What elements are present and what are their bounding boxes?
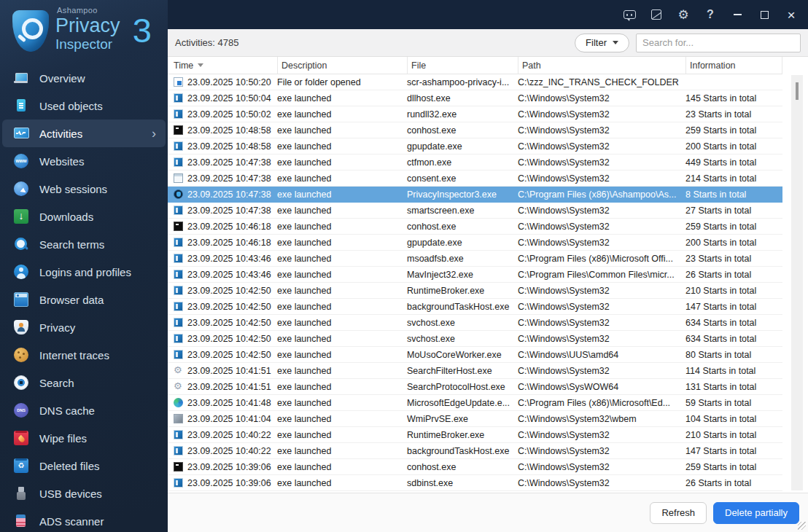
table-row[interactable]: 23.09.2025 10:48:58exe launchedconhost.e… bbox=[168, 122, 782, 138]
maximize-button[interactable] bbox=[752, 4, 777, 26]
table-row[interactable]: 23.09.2025 10:47:38exe launchedctfmon.ex… bbox=[168, 154, 782, 171]
column-header-label: Path bbox=[522, 60, 541, 71]
vertical-scrollbar[interactable] bbox=[791, 75, 803, 490]
table-row[interactable]: 23.09.2025 10:41:51exe launchedSearchPro… bbox=[168, 379, 782, 395]
cell-file: MoUsoCoreWorker.exe bbox=[407, 350, 518, 360]
table-row[interactable]: 23.09.2025 10:43:46exe launchedMavInject… bbox=[168, 267, 782, 283]
notes-button[interactable] bbox=[644, 4, 669, 26]
sidebar-item-deleted-files[interactable]: Deleted files bbox=[0, 452, 168, 480]
column-header-information[interactable]: Information bbox=[685, 57, 782, 74]
table-row[interactable]: 23.09.2025 10:42:50exe launchedRuntimeBr… bbox=[168, 283, 782, 299]
table-row[interactable]: 23.09.2025 10:48:58exe launchedgpupdate.… bbox=[168, 138, 782, 154]
usb-devices-icon bbox=[14, 486, 28, 501]
sidebar-item-privacy[interactable]: Privacy bbox=[0, 313, 168, 341]
cell-time: 23.09.2025 10:42:50 bbox=[174, 318, 277, 328]
search-input[interactable] bbox=[636, 34, 801, 52]
feedback-button[interactable] bbox=[617, 4, 642, 26]
sidebar-item-used-objects[interactable]: Used objects bbox=[0, 92, 168, 120]
cell-file: smartscreen.exe bbox=[407, 206, 518, 216]
sidebar-item-label: Browser data bbox=[39, 294, 104, 306]
sidebar-item-logins-and-profiles[interactable]: Logins and profiles bbox=[0, 258, 168, 286]
sidebar-item-label: ADS scanner bbox=[39, 515, 104, 528]
table-row[interactable]: 23.09.2025 10:46:18exe launchedconhost.e… bbox=[168, 219, 782, 235]
time-value: 23.09.2025 10:42:50 bbox=[187, 350, 271, 360]
table-row[interactable]: 23.09.2025 10:41:04exe launchedWmiPrvSE.… bbox=[168, 411, 782, 427]
table-row[interactable]: 23.09.2025 10:46:18exe launchedgpupdate.… bbox=[168, 235, 782, 251]
cell-information: 449 Starts in total bbox=[685, 157, 782, 168]
cell-information: 8 Starts in total bbox=[685, 189, 782, 200]
sidebar-item-overview[interactable]: Overview bbox=[0, 64, 168, 92]
close-button[interactable]: × bbox=[779, 4, 804, 26]
cell-file: RuntimeBroker.exe bbox=[407, 286, 518, 296]
table-row[interactable]: 23.09.2025 10:42:50exe launchedMoUsoCore… bbox=[168, 347, 782, 363]
cell-information: 23 Starts in total bbox=[685, 109, 782, 120]
table-row[interactable]: 23.09.2025 10:40:22exe launchedbackgroun… bbox=[168, 443, 782, 459]
refresh-button[interactable]: Refresh bbox=[650, 502, 707, 524]
app-file-icon bbox=[174, 430, 183, 439]
cell-information: 145 Starts in total bbox=[685, 93, 782, 103]
cell-time: 23.09.2025 10:40:22 bbox=[174, 446, 277, 456]
table-row[interactable]: 23.09.2025 10:42:50exe launchedsvchost.e… bbox=[168, 315, 782, 331]
cell-path: C:\Windows\System32 bbox=[518, 334, 685, 344]
footer: Refresh Delete partially bbox=[168, 493, 808, 532]
cell-time: 23.09.2025 10:39:06 bbox=[174, 478, 277, 488]
cell-time: 23.09.2025 10:39:06 bbox=[174, 462, 277, 472]
table-row[interactable]: 23.09.2025 10:42:50exe launchedbackgroun… bbox=[168, 299, 782, 315]
sidebar-item-label: DNS cache bbox=[39, 404, 95, 417]
sidebar-item-search-terms[interactable]: Search terms bbox=[0, 230, 168, 258]
sidebar-item-websites[interactable]: Websites bbox=[0, 147, 168, 175]
sidebar-item-usb-devices[interactable]: USB devices bbox=[0, 480, 168, 507]
cell-time: 23.09.2025 10:42:50 bbox=[174, 334, 277, 344]
table-row[interactable]: 23.09.2025 10:39:06exe launchedsdbinst.e… bbox=[168, 475, 782, 491]
minimize-button[interactable] bbox=[725, 4, 750, 26]
cell-information: 210 Starts in total bbox=[685, 430, 782, 440]
cell-description: exe launched bbox=[277, 430, 407, 440]
sidebar-item-ads-scanner[interactable]: ADS scanner bbox=[0, 507, 168, 532]
column-header-path[interactable]: Path bbox=[518, 57, 685, 74]
sidebar-item-internet-traces[interactable]: Internet traces bbox=[0, 341, 168, 369]
column-header-time[interactable]: Time bbox=[174, 57, 277, 74]
table-row[interactable]: 23.09.2025 10:47:38exe launchedsmartscre… bbox=[168, 203, 782, 219]
cell-file: backgroundTaskHost.exe bbox=[407, 446, 518, 456]
cell-information: 259 Starts in total bbox=[685, 222, 782, 232]
cell-file: SearchProtocolHost.exe bbox=[407, 382, 518, 392]
table-row[interactable]: 23.09.2025 10:41:48exe launchedMicrosoft… bbox=[168, 395, 782, 411]
sidebar-item-web-sessions[interactable]: Web sessions bbox=[0, 175, 168, 203]
table-row[interactable]: 23.09.2025 10:39:06exe launchedconhost.e… bbox=[168, 459, 782, 475]
filter-button[interactable]: Filter bbox=[575, 34, 629, 52]
sidebar-item-dns-cache[interactable]: DNS cache bbox=[0, 396, 168, 424]
cell-file: MavInject32.exe bbox=[407, 270, 518, 280]
sort-descending-icon bbox=[198, 63, 203, 67]
cell-time: 23.09.2025 10:48:58 bbox=[174, 141, 277, 152]
table-row[interactable]: 23.09.2025 10:43:46exe launchedmsoadfsb.… bbox=[168, 251, 782, 267]
table-row[interactable]: 23.09.2025 10:50:02exe launchedrundll32.… bbox=[168, 106, 782, 122]
app-file-icon bbox=[174, 318, 183, 327]
delete-partially-button[interactable]: Delete partially bbox=[713, 502, 799, 524]
cell-information: 259 Starts in total bbox=[685, 125, 782, 136]
time-value: 23.09.2025 10:42:50 bbox=[187, 334, 271, 344]
sidebar-item-label: Wipe files bbox=[39, 432, 87, 445]
table-row[interactable]: 23.09.2025 10:40:22exe launchedRuntimeBr… bbox=[168, 427, 782, 443]
sidebar-item-wipe-files[interactable]: Wipe files bbox=[0, 424, 168, 452]
notes-icon bbox=[651, 9, 661, 20]
cell-path: C:\Windows\System32\wbem bbox=[518, 414, 685, 424]
table-row[interactable]: 23.09.2025 10:42:50exe launchedsvchost.e… bbox=[168, 331, 782, 347]
table-row[interactable]: 23.09.2025 10:47:38exe launchedPrivacyIn… bbox=[168, 187, 782, 203]
table-row[interactable]: 23.09.2025 10:47:38exe launchedconsent.e… bbox=[168, 171, 782, 187]
resize-grip[interactable] bbox=[798, 522, 806, 530]
column-header-description[interactable]: Description bbox=[277, 57, 407, 74]
sidebar-item-activities[interactable]: Activities› bbox=[2, 120, 166, 147]
sidebar-item-label: Internet traces bbox=[39, 349, 109, 361]
table-row[interactable]: 23.09.2025 10:41:51exe launchedSearchFil… bbox=[168, 363, 782, 379]
sidebar-item-search[interactable]: Search bbox=[0, 369, 168, 396]
sidebar-item-downloads[interactable]: Downloads bbox=[0, 203, 168, 230]
cell-description: exe launched bbox=[277, 286, 407, 296]
sidebar-item-label: Web sessions bbox=[39, 183, 107, 195]
table-row[interactable]: 23.09.2025 10:50:04exe launcheddllhost.e… bbox=[168, 90, 782, 106]
sidebar-item-browser-data[interactable]: Browser data bbox=[0, 286, 168, 313]
scrollbar-thumb[interactable] bbox=[796, 82, 799, 100]
table-row[interactable]: 23.09.2025 10:50:20File or folder opened… bbox=[168, 74, 782, 90]
column-header-file[interactable]: File bbox=[407, 57, 518, 74]
help-button[interactable]: ? bbox=[698, 4, 723, 26]
settings-button[interactable]: ⚙ bbox=[671, 4, 696, 26]
